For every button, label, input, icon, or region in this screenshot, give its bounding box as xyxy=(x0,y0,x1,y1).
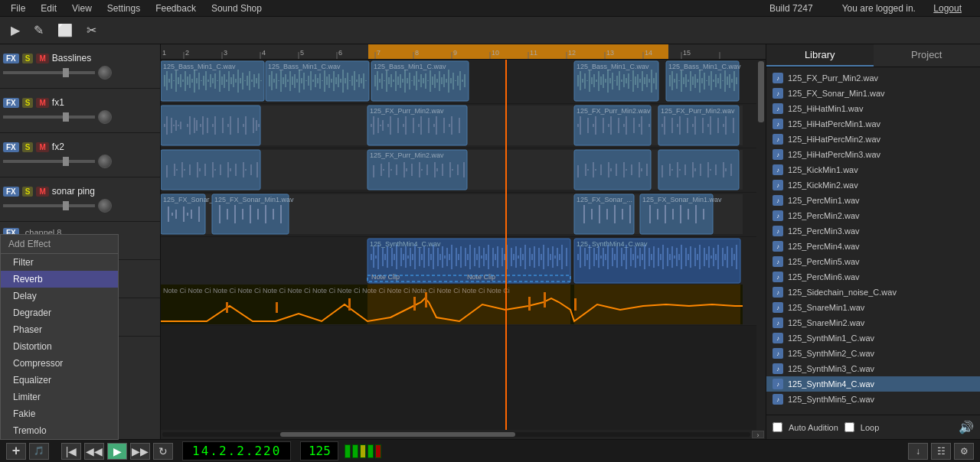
lib-item-9[interactable]: ♪125_PercMin2.wav xyxy=(766,208,980,223)
add-track-btn[interactable]: + xyxy=(6,443,26,460)
track-pan-3[interactable] xyxy=(98,155,112,168)
menu-view[interactable]: View xyxy=(64,0,100,17)
lib-item-0[interactable]: ♪125_FX_Purr_Min2.wav xyxy=(766,70,980,86)
track-volume-4[interactable] xyxy=(3,204,95,207)
track-s-btn-3[interactable]: S xyxy=(22,142,34,152)
grid-btn[interactable]: ☷ xyxy=(931,443,951,460)
effect-compressor[interactable]: Compressor xyxy=(1,355,118,372)
download-btn[interactable]: ↓ xyxy=(908,443,928,460)
timeline-vscroll[interactable] xyxy=(756,60,766,430)
track-m-btn-3[interactable]: M xyxy=(36,142,48,152)
right-tabs: Library Project xyxy=(766,44,980,67)
track-row-fx1: FX S M fx1 xyxy=(0,89,160,133)
lib-item-20[interactable]: ♪125_SynthMin4_C.wav xyxy=(766,376,980,392)
vscroll-thumb[interactable] xyxy=(758,61,764,122)
track-fx-btn-4[interactable]: FX xyxy=(3,187,19,197)
library-list[interactable]: ♪125_FX_Purr_Min2.wav ♪125_FX_Sonar_Min1… xyxy=(766,67,980,415)
menu-feedback[interactable]: Feedback xyxy=(148,0,204,17)
menu-edit[interactable]: Edit xyxy=(33,0,64,17)
wtrack-fx1[interactable]: 125_FX_Purr_Min1.wav xyxy=(161,104,766,148)
settings-btn[interactable]: ⚙ xyxy=(954,443,974,460)
forward-btn[interactable]: ▶▶ xyxy=(130,443,150,460)
timeline-hscroll[interactable]: › xyxy=(161,430,766,439)
add-midi-btn[interactable]: 🎵 xyxy=(29,443,49,460)
logout-link[interactable]: Logout xyxy=(926,3,969,14)
effect-distortion[interactable]: Distortion xyxy=(1,338,118,355)
lib-item-21[interactable]: ♪125_SynthMin5_C.wav xyxy=(766,392,980,407)
select-tool[interactable]: ▶ xyxy=(6,21,24,39)
lib-item-7[interactable]: ♪125_KickMin2.wav xyxy=(766,177,980,193)
tab-project[interactable]: Project xyxy=(874,44,981,67)
track-fx-btn-2[interactable]: FX xyxy=(3,98,19,108)
play-btn[interactable]: ▶ xyxy=(107,443,127,460)
lib-item-11[interactable]: ♪125_PercMin4.wav xyxy=(766,239,980,254)
lib-item-16[interactable]: ♪125_SnareMin2.wav xyxy=(766,315,980,330)
effect-degrader[interactable]: Degrader xyxy=(1,304,118,321)
scroll-right-btn[interactable]: › xyxy=(752,431,764,438)
lib-item-18[interactable]: ♪125_SynthMin2_C.wav xyxy=(766,346,980,361)
lib-item-5[interactable]: ♪125_HiHatPercMin3.wav xyxy=(766,147,980,162)
track-fx-btn-3[interactable]: FX xyxy=(3,142,19,152)
eraser-tool[interactable]: ⬜ xyxy=(53,21,77,39)
track-s-btn-4[interactable]: S xyxy=(22,187,34,197)
menu-soundshop[interactable]: Sound Shop xyxy=(204,0,270,17)
lib-item-15[interactable]: ♪125_SnareMin1.wav xyxy=(766,300,980,315)
lib-item-6[interactable]: ♪125_KickMin1.wav xyxy=(766,162,980,177)
lib-item-4[interactable]: ♪125_HiHatPercMin2.wav xyxy=(766,132,980,147)
track-volume-1[interactable] xyxy=(3,71,95,74)
split-tool[interactable]: ✂ xyxy=(82,21,101,39)
auto-audition-label[interactable]: Auto Audition xyxy=(789,423,838,432)
auto-audition-checkbox[interactable] xyxy=(773,422,782,432)
file-icon: ♪ xyxy=(773,302,783,313)
track-m-btn-2[interactable]: M xyxy=(36,98,48,108)
file-icon: ♪ xyxy=(773,287,783,298)
track-fx-btn-1[interactable]: FX xyxy=(3,54,19,63)
track-volume-3[interactable] xyxy=(3,160,95,163)
hscroll-thumb[interactable] xyxy=(280,432,515,437)
lib-item-14[interactable]: ♪125_Sidechain_noise_C.wav xyxy=(766,285,980,300)
lib-item-12[interactable]: ♪125_PercMin5.wav xyxy=(766,254,980,269)
menu-file[interactable]: File xyxy=(3,0,33,17)
loop-checkbox[interactable] xyxy=(844,422,854,432)
wtrack-sonar[interactable]: 125_FX_Sonar_... 125_FX_Sonar_Min1.wav xyxy=(161,193,766,237)
menu-settings[interactable]: Settings xyxy=(100,0,148,17)
lib-item-17[interactable]: ♪125_SynthMin1_C.wav xyxy=(766,330,980,346)
effect-equalizer[interactable]: Equalizer xyxy=(1,372,118,389)
effect-fakie[interactable]: Fakie xyxy=(1,405,118,422)
lib-item-2[interactable]: ♪125_HiHatMin1.wav xyxy=(766,101,980,116)
rewind-start-btn[interactable]: |◀ xyxy=(61,443,81,460)
effect-delay[interactable]: Delay xyxy=(1,288,118,304)
loop-label[interactable]: Loop xyxy=(861,423,879,432)
svg-text:125_FX_Purr_Min2.wav: 125_FX_Purr_Min2.wav xyxy=(370,151,444,159)
effect-limiter[interactable]: Limiter xyxy=(1,389,118,405)
track-m-btn-4[interactable]: M xyxy=(36,187,48,197)
track-pan-4[interactable] xyxy=(98,199,112,213)
lib-item-1[interactable]: ♪125_FX_Sonar_Min1.wav xyxy=(766,86,980,101)
effect-reverb[interactable]: Reverb xyxy=(1,271,118,288)
wtrack-fx2[interactable]: 125_FX_Purr_Min2.wav xyxy=(161,148,766,193)
effect-phaser[interactable]: Phaser xyxy=(1,321,118,338)
lib-item-10[interactable]: ♪125_PercMin3.wav xyxy=(766,223,980,239)
effect-filter[interactable]: Filter xyxy=(1,254,118,271)
lib-item-8[interactable]: ♪125_PercMin1.wav xyxy=(766,193,980,208)
tab-library[interactable]: Library xyxy=(766,44,874,67)
pencil-tool[interactable]: ✎ xyxy=(29,21,48,39)
bpm-display[interactable]: 125 xyxy=(300,441,338,460)
lib-item-3[interactable]: ♪125_HiHatPercMin1.wav xyxy=(766,116,980,132)
rewind-btn[interactable]: ◀◀ xyxy=(84,443,104,460)
track-s-btn-2[interactable]: S xyxy=(22,98,34,108)
tracks-content[interactable]: 125_Bass_Min1_C.wav xyxy=(161,60,766,430)
track-m-btn-1[interactable]: M xyxy=(36,54,48,63)
track-pan-2[interactable] xyxy=(98,110,112,124)
svg-text:125_FX_Sonar_...: 125_FX_Sonar_... xyxy=(577,196,632,203)
lib-item-19[interactable]: ♪125_SynthMin3_C.wav xyxy=(766,361,980,376)
track-s-btn-1[interactable]: S xyxy=(22,54,34,63)
track-pan-1[interactable] xyxy=(98,66,112,80)
track-volume-2[interactable] xyxy=(3,116,95,119)
effect-tremolo[interactable]: Tremolo xyxy=(1,422,118,439)
loop-btn[interactable]: ↻ xyxy=(153,443,173,460)
lib-item-13[interactable]: ♪125_PercMin6.wav xyxy=(766,269,980,285)
volume-icon[interactable]: 🔊 xyxy=(959,420,974,434)
wtrack-synth[interactable]: 125_SynthMin4_C.wav xyxy=(161,237,766,326)
wtrack-basslines[interactable]: 125_Bass_Min1_C.wav xyxy=(161,60,766,104)
